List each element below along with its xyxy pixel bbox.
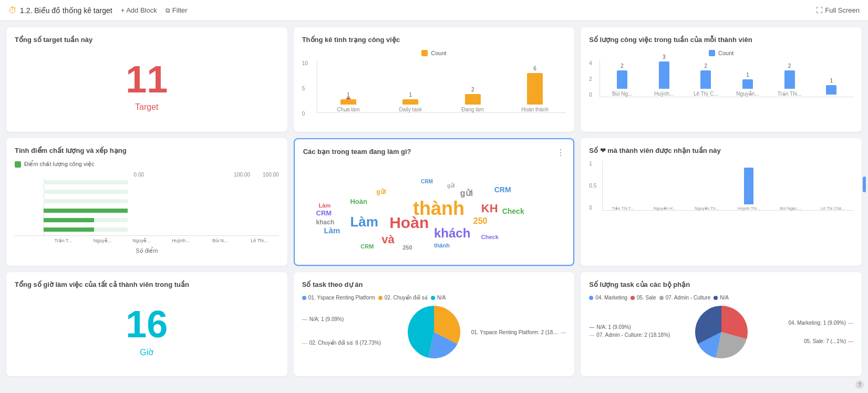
pie8-labels-right: 01. Yspace Renting Platform: 2 (18.... — bbox=[469, 329, 566, 335]
word-gui: gửi bbox=[460, 188, 473, 198]
dot-marketing bbox=[589, 296, 593, 300]
dot-yspace bbox=[302, 296, 306, 300]
heart-bar-2: Nguyễn H... bbox=[644, 161, 685, 211]
dot-na bbox=[431, 296, 435, 300]
card-total-target: Tổng số target tuần này 11 Target bbox=[6, 27, 287, 132]
y-label-0: 0 bbox=[302, 111, 305, 117]
pie8-spacer bbox=[302, 324, 399, 340]
legend-na: N/A bbox=[431, 295, 446, 301]
member-bar-5: 2 Trần Thi... bbox=[771, 70, 809, 97]
pie8-label-na: — N/A: 1 (9.09%) bbox=[302, 316, 399, 322]
bar-hoan-thanh: 6 Hoàn thành bbox=[509, 73, 561, 112]
card-hearts: Số ❤ mà thành viên được nhận tuần này 1 … bbox=[581, 138, 862, 266]
heart-bar-container: Trần Thị T... Nguyễn H... Nguyễn Th... H… bbox=[602, 161, 853, 211]
card3-legend: Count bbox=[589, 50, 853, 56]
member-bar-4: 1 Nguyễn... bbox=[729, 79, 767, 97]
fullscreen-button[interactable]: ⛶ Full Screen bbox=[816, 6, 860, 14]
quality-row-huyen bbox=[44, 207, 279, 214]
pie8-svg bbox=[408, 306, 460, 358]
dot-sale bbox=[631, 296, 635, 300]
member-bar-2: 3 Huỳnh... bbox=[645, 61, 683, 97]
topbar-left: ⏱ 1.2. Biểu đồ thống kê target + Add Blo… bbox=[8, 6, 188, 15]
y-label-0b: 0 bbox=[589, 92, 592, 98]
pie9-label-sale: 05. Sale: 7 (...1%) — bbox=[756, 338, 853, 344]
legend-admin: 07. Admin - Culture bbox=[659, 295, 711, 301]
card8-title: Số task theo dự án bbox=[302, 281, 566, 288]
word-khach: khách bbox=[434, 226, 470, 241]
topbar: ⏱ 1.2. Biểu đồ thống kê target + Add Blo… bbox=[0, 0, 868, 21]
dot-admin bbox=[659, 296, 664, 300]
y-label-2: 2 bbox=[589, 76, 592, 82]
target-label: Target bbox=[15, 102, 279, 112]
word-250b: 250 bbox=[402, 244, 412, 251]
pie9-label-admin: — 07. Admin - Culture: 2 (18.18%) bbox=[589, 332, 686, 338]
fullscreen-icon: ⛶ bbox=[816, 6, 823, 14]
more-options-button[interactable]: ⋮ bbox=[556, 148, 565, 158]
legend-sale: 05. Sale bbox=[631, 295, 656, 301]
card8-pie-area: — N/A: 1 (9.09%) — 02. Chuyển đổi số: 8 … bbox=[302, 306, 566, 358]
card9-pie-area: — N/A: 1 (9.09%) — 07. Admin - Culture: … bbox=[589, 306, 853, 358]
bar-dang-lam: 2 Đang làm bbox=[447, 94, 499, 112]
pie9-labels-right: 04. Marketing: 1 (9.09%) — 05. Sale: 7 (… bbox=[756, 320, 853, 344]
scroll-indicator[interactable] bbox=[863, 177, 866, 192]
hours-label: Giờ bbox=[15, 347, 279, 357]
card2-title: Thống kê tình trạng công việc bbox=[302, 36, 566, 44]
pie8-labels-left: — N/A: 1 (9.09%) — 02. Chuyển đổi số: 8 … bbox=[302, 316, 399, 348]
wordcloud-area: thành Hoàn Làm khách KH gửi CRM 250 Chec… bbox=[303, 162, 565, 256]
word-250: 250 bbox=[473, 216, 488, 226]
quality-row-bui bbox=[44, 216, 279, 224]
legend-dot-orange bbox=[421, 50, 428, 56]
heart-bar-1: Trần Thị T... bbox=[602, 161, 643, 211]
heart-bar-6: Lê Thị Châ... bbox=[812, 161, 853, 211]
add-block-button[interactable]: + Add Block bbox=[121, 6, 157, 14]
filter-button[interactable]: ⧉ Filter bbox=[166, 6, 188, 14]
legend-marketing: 04. Marketing bbox=[589, 295, 627, 301]
target-value: 11 bbox=[15, 60, 279, 98]
card9-legend: 04. Marketing 05. Sale 07. Admin - Cultu… bbox=[589, 295, 853, 301]
heart-bar-5: Bùi Ngọc ... bbox=[770, 161, 811, 211]
quality-row-2 bbox=[44, 188, 279, 195]
word-kh: KH bbox=[481, 202, 498, 215]
word-va: và bbox=[381, 233, 394, 246]
card1-title: Tổng số target tuần này bbox=[15, 36, 279, 44]
chart-footer: Số điểm bbox=[15, 247, 279, 254]
page-title: ⏱ 1.2. Biểu đồ thống kê target bbox=[8, 6, 112, 15]
member-bar-3: 2 Lê Thị C... bbox=[687, 70, 725, 97]
word-crm4: CRM bbox=[421, 179, 433, 184]
quality-row-1 bbox=[44, 179, 279, 186]
word-crm1: CRM bbox=[494, 185, 511, 194]
bar-daily: 1 Daily task bbox=[385, 99, 436, 112]
word-lam2: Làm bbox=[324, 226, 340, 235]
card-quality-score: Tính điểm chất lượng và xếp hạng Điểm ch… bbox=[6, 138, 287, 266]
member-bar-1: 2 Bùi Ng... bbox=[603, 70, 641, 97]
y-label-5: 5 bbox=[302, 86, 305, 91]
quality-row-3 bbox=[44, 198, 279, 205]
quality-bar-chart: 0.00 100.00 100.00 bbox=[15, 172, 279, 243]
legend-yspace: 01. Yspace Renting Platform bbox=[302, 295, 375, 301]
heart-bar-huyen: Huỳnh Thi... bbox=[728, 161, 769, 211]
word-lam3: Làm bbox=[319, 202, 331, 209]
word-check2: Check bbox=[481, 234, 499, 240]
help-icon[interactable]: ? bbox=[855, 380, 864, 382]
word-lam: Làm bbox=[350, 214, 378, 230]
card5-title: Các bạn trong team đang làm gì? bbox=[303, 148, 411, 156]
y-axis-labels: 1 0.5 0 bbox=[589, 161, 596, 211]
member-bar-6: 1 bbox=[812, 85, 850, 97]
word-thanh2: thánh bbox=[434, 242, 450, 249]
word-hoan: Hoàn bbox=[389, 214, 429, 232]
legend-na9: N/A bbox=[714, 295, 729, 301]
hours-display: 16 Giờ bbox=[15, 295, 279, 368]
dashboard: Tổng số target tuần này 11 Target Thống … bbox=[0, 21, 868, 382]
card-tasks-project: Số task theo dự án 01. Yspace Renting Pl… bbox=[294, 272, 575, 376]
card3-title: Số lượng công việc trong tuần của mỗi th… bbox=[589, 36, 853, 44]
card6-title: Số ❤ mà thành viên được nhận tuần này bbox=[589, 147, 853, 154]
pie8-label-chuyen: — 02. Chuyển đổi số: 8 (72.73%) bbox=[302, 340, 399, 346]
dot-na9 bbox=[714, 296, 718, 300]
word-gui2: gửi bbox=[376, 188, 386, 195]
word-crm3: CRM bbox=[360, 243, 374, 250]
dot-chuyen bbox=[378, 296, 383, 300]
pie9-label-na: — N/A: 1 (9.09%) bbox=[589, 324, 686, 330]
card8-legend: 01. Yspace Renting Platform 02. Chuyển đ… bbox=[302, 295, 566, 301]
card-work-status: Thống kê tình trạng công việc Count 10 5… bbox=[294, 27, 575, 132]
word-khach2: khach bbox=[316, 219, 335, 226]
